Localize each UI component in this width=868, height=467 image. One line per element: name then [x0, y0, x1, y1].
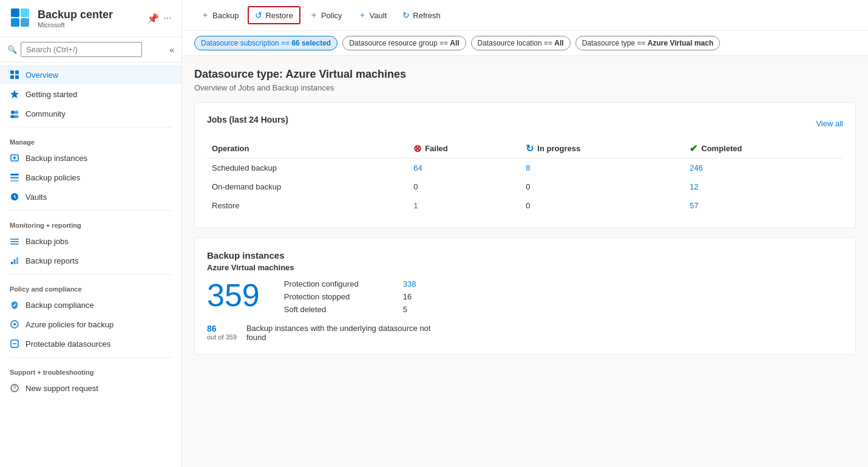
svg-rect-21: [16, 257, 18, 264]
filter-resource-group[interactable]: Datasource resource group == All: [342, 36, 466, 50]
soft-deleted-label: Soft deleted: [284, 305, 393, 314]
sidebar: Backup center Microsoft 📌 ··· 🔍 « Overvi…: [0, 0, 182, 467]
header-icons[interactable]: 📌 ···: [147, 13, 172, 24]
instances-bottom-count-block: 86 out of 359: [207, 324, 237, 341]
ellipsis-icon[interactable]: ···: [164, 13, 172, 24]
protection-configured-value[interactable]: 338: [403, 279, 416, 288]
sidebar-item-community[interactable]: Community: [0, 104, 181, 123]
policy-button[interactable]: ＋ Policy: [303, 6, 349, 24]
filter-subscription-text: Datasource subscription == 66 selected: [201, 39, 331, 47]
svg-rect-4: [10, 70, 14, 74]
jobs-card-title: Jobs (last 24 Hours): [207, 115, 288, 124]
sidebar-item-getting-started[interactable]: Getting started: [0, 84, 181, 104]
refresh-button[interactable]: ↻ Refresh: [396, 7, 447, 24]
svg-rect-17: [10, 241, 19, 242]
instances-total-count: 359: [207, 279, 260, 311]
instances-detail-protection-configured: Protection configured 338: [284, 279, 416, 288]
completed-label: Completed: [701, 144, 742, 153]
getting-started-label: Getting started: [25, 90, 77, 99]
sidebar-item-backup-reports[interactable]: Backup reports: [0, 251, 181, 270]
sidebar-item-backup-jobs[interactable]: Backup jobs: [0, 231, 181, 251]
backup-button[interactable]: ＋ Backup: [194, 6, 245, 24]
completed-status-icon: ✔: [690, 143, 697, 154]
svg-rect-16: [10, 239, 19, 240]
jobs-table-body: Scheduled backup 64 8 246 On-demand back…: [207, 159, 843, 216]
protection-stopped-value: 16: [403, 292, 412, 301]
failed-label: Failed: [425, 144, 448, 153]
getting-started-icon: [10, 89, 19, 99]
divider-policy: [10, 274, 172, 274]
sidebar-item-azure-policies[interactable]: Azure policies for backup: [0, 315, 181, 334]
sidebar-item-backup-instances[interactable]: Backup instances: [0, 148, 181, 168]
sidebar-item-vaults[interactable]: Vaults: [0, 187, 181, 206]
sidebar-item-new-support[interactable]: ? New support request: [0, 378, 181, 398]
search-bar[interactable]: 🔍 «: [0, 37, 181, 63]
protectable-datasources-label: Protectable datasources: [25, 339, 110, 349]
instances-bottom-number[interactable]: 86: [207, 324, 237, 333]
sidebar-item-backup-compliance[interactable]: Backup compliance: [0, 295, 181, 315]
svg-point-11: [14, 115, 19, 118]
azure-policies-icon: [10, 319, 19, 329]
community-icon: [10, 109, 19, 118]
collapse-button[interactable]: «: [169, 45, 174, 55]
svg-rect-7: [15, 75, 19, 79]
svg-rect-5: [15, 70, 19, 74]
sidebar-item-overview[interactable]: Overview: [0, 65, 181, 84]
backup-instances-label: Backup instances: [25, 154, 87, 163]
backup-instances-icon: [10, 153, 19, 163]
svg-rect-15: [10, 180, 19, 182]
backup-label: Backup: [212, 11, 239, 20]
backup-instances-card: Backup instances Azure Virtual machines …: [194, 237, 856, 355]
search-icon: 🔍: [7, 45, 17, 54]
monitoring-section-label: Monitoring + reporting: [0, 214, 181, 231]
main-content: ＋ Backup ↺ Restore ＋ Policy ＋ Vault ↻ Re…: [182, 0, 868, 467]
table-row: Scheduled backup 64 8 246: [207, 159, 843, 178]
backup-jobs-icon: [10, 236, 19, 246]
filter-location[interactable]: Datasource location == All: [471, 36, 571, 50]
restore-button[interactable]: ↺ Restore: [248, 6, 300, 24]
restore-icon: ↺: [255, 10, 262, 20]
azure-policies-label: Azure policies for backup: [25, 320, 114, 329]
vault-button[interactable]: ＋ Vault: [351, 6, 394, 24]
jobs-card-header: Jobs (last 24 Hours) View all: [207, 115, 843, 132]
view-all-link[interactable]: View all: [816, 119, 843, 128]
row-restore-progress: 0: [521, 196, 685, 215]
plus-icon-policy: ＋: [310, 10, 318, 21]
protection-stopped-label: Protection stopped: [284, 292, 393, 301]
divider-monitoring: [10, 210, 172, 211]
soft-deleted-value: 5: [403, 305, 407, 314]
svg-rect-3: [21, 18, 29, 27]
backup-compliance-label: Backup compliance: [25, 301, 94, 310]
divider-manage: [10, 127, 172, 128]
progress-status-icon: ↻: [526, 143, 534, 154]
new-support-label: New support request: [25, 384, 98, 393]
svg-point-8: [11, 111, 15, 114]
jobs-card: Jobs (last 24 Hours) View all Operation …: [194, 102, 856, 228]
instances-detail-protection-stopped: Protection stopped 16: [284, 292, 416, 301]
row-scheduled-operation: Scheduled backup: [207, 159, 409, 178]
manage-section-label: Manage: [0, 131, 181, 148]
svg-text:?: ?: [13, 385, 16, 392]
policy-label: Policy: [321, 11, 342, 20]
filter-subscription[interactable]: Datasource subscription == 66 selected: [194, 36, 337, 50]
row-scheduled-progress: 8: [521, 159, 685, 178]
filter-location-text: Datasource location == All: [478, 39, 564, 47]
overview-icon: [10, 70, 19, 80]
restore-label: Restore: [265, 11, 293, 20]
search-input[interactable]: [21, 42, 142, 57]
filter-type[interactable]: Datasource type == Azure Virtual mach: [575, 36, 721, 50]
policy-section-label: Policy and compliance: [0, 278, 181, 295]
pin-icon[interactable]: 📌: [147, 13, 159, 24]
vaults-icon: [10, 192, 19, 202]
row-ondemand-completed: 12: [685, 177, 843, 196]
instances-details: Protection configured 338 Protection sto…: [284, 279, 416, 314]
svg-rect-13: [10, 174, 19, 176]
support-section-label: Support + troubleshooting: [0, 361, 181, 378]
col-in-progress: ↻ In progress: [521, 139, 685, 159]
backup-reports-label: Backup reports: [25, 256, 78, 265]
backup-policies-icon: [10, 172, 19, 182]
app-title: Backup center: [38, 9, 113, 21]
sidebar-item-protectable-datasources[interactable]: Protectable datasources: [0, 334, 181, 353]
col-failed: ⊗ Failed: [409, 139, 521, 159]
sidebar-item-backup-policies[interactable]: Backup policies: [0, 168, 181, 187]
